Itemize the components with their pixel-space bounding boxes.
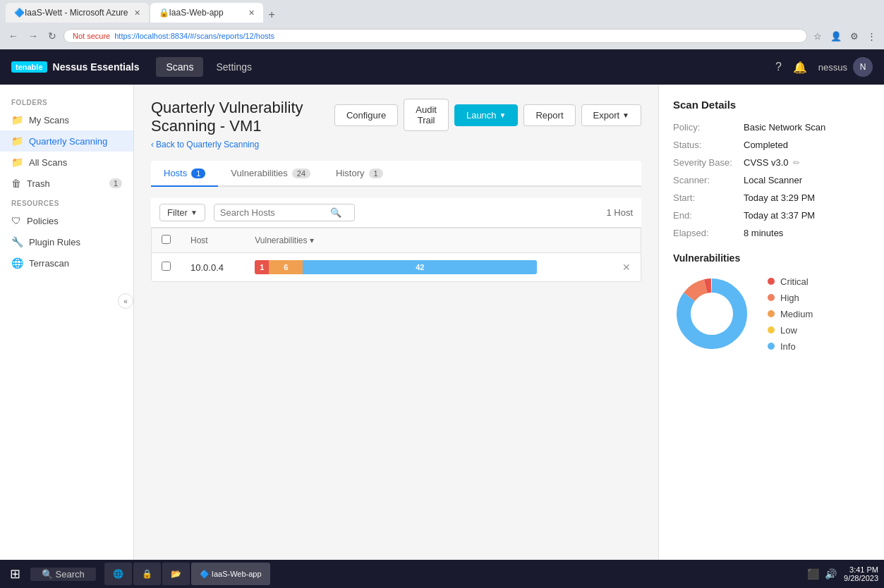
user-menu[interactable]: nessus N [818,57,873,77]
sidebar: FOLDERS 📁 My Scans 📁 Quarterly Scanning … [0,85,134,560]
tab1-close[interactable]: ✕ [134,8,140,18]
vuln-chart-title: Vulnerabilities [673,252,870,264]
detail-value: Local Scanner [744,175,870,185]
logo: tenable Nessus Essentials [11,61,139,73]
search-input[interactable] [220,207,326,218]
plugin-rules-icon: 🔧 [11,236,23,247]
new-tab-button[interactable]: + [265,7,279,23]
nav-settings[interactable]: Settings [206,57,262,77]
table-toolbar: Filter ▼ 🔍 1 Host [151,198,641,228]
tab1-title: IaaS-Wett - Microsoft Azure [25,8,128,18]
sidebar-item-terrascan[interactable]: 🌐 Terrascan [0,252,133,274]
taskbar-security[interactable]: 🔒 [133,563,161,585]
detail-value: Today at 3:37 PM [744,210,870,221]
browser-tab-1[interactable]: 🔷 IaaS-Wett - Microsoft Azure ✕ [6,3,149,23]
tab-vulnerabilities[interactable]: Vulnerabilities 24 [218,161,323,187]
search-button[interactable]: 🔍 Search [30,568,96,581]
high-dot [768,294,775,301]
page-header: Quarterly Vulnerability Scanning - VM1 ‹… [151,99,641,149]
detail-label: Status: [673,140,744,150]
legend-low: Low [768,325,813,336]
configure-button[interactable]: Configure [334,104,398,126]
taskbar-files[interactable]: 📂 [162,563,190,585]
main-container: FOLDERS 📁 My Scans 📁 Quarterly Scanning … [0,85,884,560]
select-all-checkbox[interactable] [162,235,171,244]
profile-icon[interactable]: 👤 [828,30,844,43]
back-button[interactable]: ← [6,29,21,43]
my-scans-label: My Scans [29,115,122,125]
taskbar-sys-icons: ⬛ 🔊 [807,568,837,580]
terrascan-label: Terrascan [29,258,122,269]
low-label: Low [780,325,797,336]
sidebar-collapse-btn[interactable]: « [118,293,133,309]
content-area: Quarterly Vulnerability Scanning - VM1 ‹… [134,85,658,560]
top-nav: tenable Nessus Essentials Scans Settings… [0,49,884,85]
page-actions: Configure Audit Trail Launch ▼ Report Ex… [334,99,641,131]
sidebar-item-trash[interactable]: 🗑 Trash 1 [0,173,133,194]
nav-right: ? 🔔 nessus N [775,57,873,77]
history-tab-badge: 1 [369,169,383,178]
filter-button[interactable]: Filter ▼ [159,204,205,221]
medium-label: Medium [780,309,813,319]
browser-tabs: 🔷 IaaS-Wett - Microsoft Azure ✕ 🔒 IaaS-W… [0,0,884,23]
detail-row: Elapsed: 8 minutes [673,228,870,238]
help-button[interactable]: ? [775,61,782,73]
info-label: Info [780,341,796,352]
vuln-chart-section: Vulnerabilities [673,252,870,353]
forward-button[interactable]: → [25,29,41,43]
hosts-tab-badge: 1 [191,169,205,178]
sidebar-item-plugin-rules[interactable]: 🔧 Plugin Rules [0,231,133,252]
chart-area: Critical High Medium Low [673,275,870,353]
url-bar[interactable]: Not secure https://localhost:8834/#/scan… [63,29,807,43]
address-bar: ← → ↻ Not secure https://localhost:8834/… [0,23,884,49]
search-icon: 🔍 [330,207,341,218]
detail-label: Severity Base: [673,157,744,168]
browser-tab-2[interactable]: 🔒 IaaS-Web-app ✕ [150,3,263,23]
browser-chrome: 🔷 IaaS-Wett - Microsoft Azure ✕ 🔒 IaaS-W… [0,0,884,49]
taskbar-webapp[interactable]: 🔷 IaaS-Web-app [191,563,270,585]
export-button[interactable]: Export ▼ [581,104,641,126]
row-close-icon[interactable]: ✕ [622,262,631,273]
row-checkbox[interactable] [162,262,171,271]
resources-label: RESOURCES [0,194,133,210]
launch-button[interactable]: Launch ▼ [454,104,519,126]
taskbar-items: 🌐 🔒 📂 🔷 IaaS-Web-app [104,563,804,585]
start-button[interactable]: ⊞ [6,565,25,583]
sidebar-item-policies[interactable]: 🛡 Policies [0,210,133,231]
detail-row: End: Today at 3:37 PM [673,210,870,221]
extensions-icon[interactable]: ⚙ [848,30,861,43]
notifications-button[interactable]: 🔔 [793,61,807,74]
user-name: nessus [818,62,847,73]
volume-icon[interactable]: 🔊 [825,568,837,580]
audit-trail-button[interactable]: Audit Trail [404,99,449,131]
nav-scans[interactable]: Scans [156,57,203,77]
back-link[interactable]: ‹ Back to Quarterly Scanning [151,140,334,149]
tab-hosts[interactable]: Hosts 1 [151,161,218,187]
header-vulnerabilities[interactable]: Vulnerabilities ▾ [245,228,612,253]
report-button[interactable]: Report [523,104,575,126]
launch-caret-icon: ▼ [499,111,507,119]
taskbar-explorer[interactable]: 🌐 [104,563,132,585]
bookmark-icon[interactable]: ☆ [811,30,824,43]
tab2-close[interactable]: ✕ [248,8,255,18]
taskbar-clock: 3:41 PM 9/28/2023 [844,565,878,582]
critical-dot [768,278,775,285]
sidebar-item-quarterly-scanning[interactable]: 📁 Quarterly Scanning [0,130,133,152]
row-close-cell: ✕ [612,253,641,282]
network-icon[interactable]: ⬛ [807,568,819,580]
edit-icon[interactable]: ✏ [793,158,800,168]
clock-date: 9/28/2023 [844,574,878,582]
sidebar-item-my-scans[interactable]: 📁 My Scans [0,109,133,130]
taskbar: ⊞ 🔍 Search 🌐 🔒 📂 🔷 IaaS-Web-app ⬛ 🔊 3:41… [0,560,884,588]
page-title-area: Quarterly Vulnerability Scanning - VM1 ‹… [151,99,334,149]
tab-history[interactable]: History 1 [323,161,396,187]
high-segment: 6 [269,260,303,274]
header-host[interactable]: Host [181,228,245,253]
nav-links: Scans Settings [156,57,775,77]
header-actions [612,228,641,253]
menu-icon[interactable]: ⋮ [865,30,878,43]
host-count: 1 Host [606,207,633,218]
host-cell[interactable]: 10.0.0.4 [181,253,245,282]
reload-button[interactable]: ↻ [45,29,59,43]
sidebar-item-all-scans[interactable]: 📁 All Scans [0,152,133,173]
